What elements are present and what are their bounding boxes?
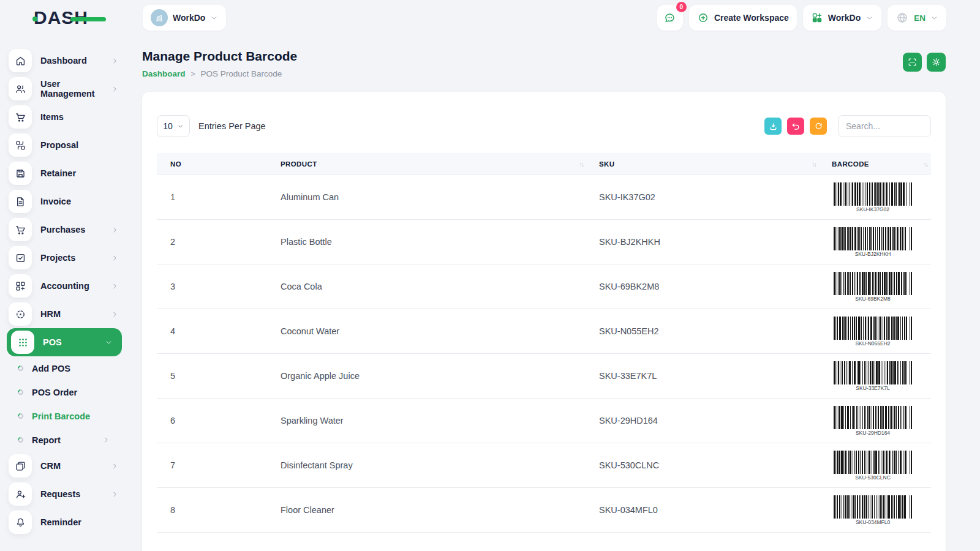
cell-no: 8 xyxy=(157,505,268,515)
dash-logo[interactable]: DASH xyxy=(34,7,97,28)
undo-button[interactable] xyxy=(787,118,804,135)
workdo-menu-button[interactable]: WorkDo xyxy=(803,5,881,31)
home-icon xyxy=(15,55,26,67)
sidebar-subitem-label: POS Order xyxy=(32,388,110,397)
sidebar-item-user-management[interactable]: User Management xyxy=(0,75,129,103)
sidebar-item-retainer[interactable]: Retainer xyxy=(0,159,129,187)
column-header-barcode[interactable]: BARCODE↑↓ xyxy=(820,160,931,168)
sidebar-item-label: Invoice xyxy=(40,197,119,206)
cell-product: Plastic Bottle xyxy=(268,237,587,247)
sidebar-item-pos[interactable]: POS xyxy=(7,328,122,356)
barcode-bars xyxy=(834,495,912,519)
undo-icon xyxy=(791,122,801,131)
cell-no: 3 xyxy=(157,282,268,291)
table-header: NO PRODUCT↑↓ SKU↑↓ BARCODE↑↓ xyxy=(157,153,931,175)
breadcrumb-dashboard-link[interactable]: Dashboard xyxy=(142,69,186,78)
sidebar-subitem-print-barcode[interactable]: Print Barcode xyxy=(0,404,129,428)
cell-sku: SKU-530CLNC xyxy=(587,460,820,470)
sidebar-item-label: Retainer xyxy=(40,168,119,178)
building-icon xyxy=(154,13,164,23)
workspace-switcher[interactable]: WorkDo xyxy=(143,5,226,31)
sidebar-item-accounting[interactable]: Accounting xyxy=(0,272,129,300)
sidebar-item-hrm[interactable]: HRM xyxy=(0,300,129,328)
create-workspace-button[interactable]: Create Workspace xyxy=(689,5,797,31)
chevron-right-icon xyxy=(111,282,119,290)
download-icon xyxy=(769,122,778,131)
language-label: EN xyxy=(914,13,925,23)
sort-icon[interactable]: ↑↓ xyxy=(924,160,932,168)
sidebar-item-purchases[interactable]: Purchases xyxy=(0,216,129,244)
sidebar-subitem-add-pos[interactable]: Add POS xyxy=(0,356,129,380)
table-card: 10 Entries Per Page NO PRODUCT↑↓ SKU↑↓ B… xyxy=(142,92,946,551)
sidebar-item-label: Projects xyxy=(40,253,111,263)
export-download-button[interactable] xyxy=(764,118,782,135)
sidebar-subitem-report[interactable]: Report xyxy=(0,428,129,452)
page-actions xyxy=(903,53,946,72)
sidebar-item-proposal[interactable]: Proposal xyxy=(0,131,129,159)
cell-no: 5 xyxy=(157,371,268,381)
refresh-button[interactable] xyxy=(810,118,827,135)
sidebar-nav: Dashboard User Management Items Proposal… xyxy=(0,36,129,551)
chevron-down-icon xyxy=(865,14,873,22)
settings-button[interactable] xyxy=(927,53,946,72)
cell-sku: SKU-N055EH2 xyxy=(587,326,820,336)
sidebar-item-icon-tile xyxy=(9,482,32,506)
logo-green-dot xyxy=(32,17,37,21)
column-header-sku[interactable]: SKU↑↓ xyxy=(587,160,820,168)
messages-button[interactable]: 0 xyxy=(657,5,683,31)
cell-no: 2 xyxy=(157,237,268,247)
topbar-right: 0 Create Workspace WorkDo EN xyxy=(657,5,946,31)
projects-icon xyxy=(15,252,26,264)
sort-icon[interactable]: ↑↓ xyxy=(579,160,587,168)
barcode-image: SKU-N055EH2 xyxy=(833,317,913,347)
cell-sku: SKU-IK37G02 xyxy=(587,192,820,202)
cell-sku: SKU-034MFL0 xyxy=(587,505,820,515)
entries-per-page-select[interactable]: 10 xyxy=(157,115,190,137)
barcode-label: SKU-N055EH2 xyxy=(855,340,890,347)
column-header-product[interactable]: PRODUCT↑↓ xyxy=(268,160,587,168)
cell-barcode: SKU-034MFL0 xyxy=(820,495,931,525)
cell-barcode: SKU-IK37G02 xyxy=(820,182,931,212)
chevron-right-icon xyxy=(111,226,119,234)
entries-per-page-value: 10 xyxy=(163,121,173,131)
sort-icon[interactable]: ↑↓ xyxy=(812,160,820,168)
bullet-icon xyxy=(17,436,24,444)
sidebar-item-dashboard[interactable]: Dashboard xyxy=(0,47,129,75)
sidebar-item-icon-tile xyxy=(9,218,32,241)
cell-product: Coconut Water xyxy=(268,326,587,336)
table-row: 6 Sparkling Water SKU-29HD164 SKU-29HD16… xyxy=(157,399,931,443)
messages-badge: 0 xyxy=(676,2,687,12)
invoice-icon xyxy=(15,196,26,208)
bullet-icon xyxy=(17,412,24,420)
sidebar-item-reminder[interactable]: Reminder xyxy=(0,508,129,536)
barcode-bars xyxy=(834,227,912,250)
chat-icon xyxy=(663,12,676,24)
print-barcode-button[interactable] xyxy=(903,53,922,72)
sidebar-item-icon-tile xyxy=(9,302,32,326)
search-input[interactable] xyxy=(838,115,931,137)
barcode-image: SKU-33E7K7L xyxy=(833,361,913,391)
sidebar-item-icon-tile xyxy=(9,133,32,157)
chevron-down-icon xyxy=(210,14,218,22)
sidebar-subitem-pos-order[interactable]: POS Order xyxy=(0,380,129,404)
sidebar-item-icon-tile xyxy=(9,511,32,534)
sidebar-item-icon-tile xyxy=(9,105,32,129)
sidebar-item-label: Requests xyxy=(40,489,111,499)
sidebar-item-requests[interactable]: Requests xyxy=(0,480,129,508)
barcode-label: SKU-IK37G02 xyxy=(856,206,889,212)
breadcrumb-separator: > xyxy=(191,70,195,78)
sidebar-item-projects[interactable]: Projects xyxy=(0,244,129,272)
cell-product: Organic Apple Juice xyxy=(268,371,587,381)
barcode-bars xyxy=(834,406,912,429)
sidebar-item-items[interactable]: Items xyxy=(0,103,129,131)
sidebar-item-icon-tile xyxy=(9,274,32,298)
logo-green-bar xyxy=(70,17,106,21)
barcode-image: SKU-29HD164 xyxy=(833,406,913,436)
sidebar-item-invoice[interactable]: Invoice xyxy=(0,187,129,216)
language-selector[interactable]: EN xyxy=(888,5,946,31)
cell-barcode: SKU-69BK2M8 xyxy=(820,272,931,302)
cell-barcode: SKU-N055EH2 xyxy=(820,317,931,347)
sidebar-subitem-label: Add POS xyxy=(32,364,110,373)
sidebar-item-crm[interactable]: CRM xyxy=(0,452,129,480)
sidebar-item-label: POS xyxy=(43,337,105,347)
